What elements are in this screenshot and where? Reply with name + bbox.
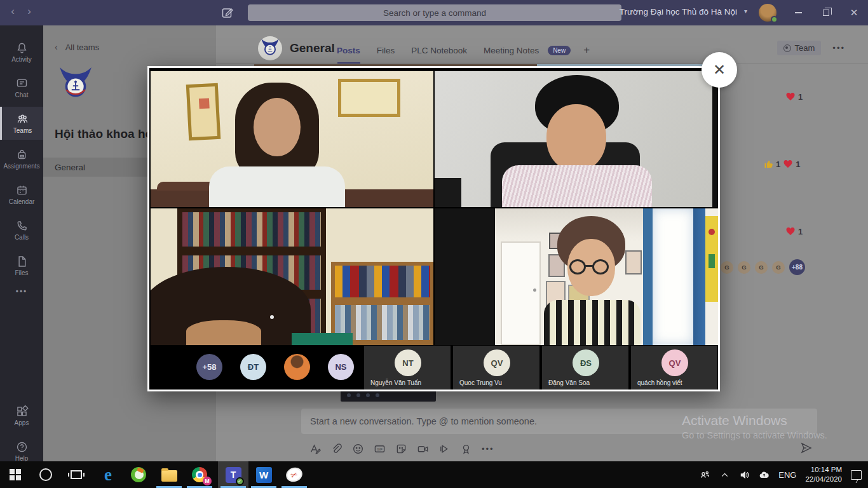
add-tab-button[interactable]: + [583, 44, 590, 57]
attach-icon[interactable] [330, 443, 342, 455]
close-call-window-button[interactable]: ✕ [702, 52, 737, 88]
participant-initials: ĐS [573, 349, 599, 376]
participant-tile[interactable]: QV Quoc Trung Vu [452, 346, 539, 390]
channel-more-button[interactable]: ••• [832, 43, 845, 53]
video-tile-2 [435, 71, 718, 207]
nav-back-icon[interactable]: ‹ [5, 5, 20, 18]
new-chat-icon[interactable] [221, 6, 234, 19]
edge-icon[interactable]: e [93, 461, 123, 488]
chevron-left-icon: ‹ [55, 42, 58, 52]
sidebar-more-button[interactable]: ••• [0, 287, 43, 296]
format-icon[interactable] [309, 443, 321, 455]
help-icon [15, 440, 29, 454]
participant-initials: QV [484, 349, 510, 376]
file-explorer-icon[interactable] [154, 461, 184, 488]
nav-forward-icon[interactable]: › [22, 5, 37, 18]
sidebar-item-calls[interactable]: Calls [0, 214, 43, 247]
participant-avatar[interactable]: NS [328, 354, 354, 380]
compose-more-button[interactable]: ••• [482, 444, 494, 454]
sidebar-item-chat[interactable]: Chat [0, 71, 43, 104]
tray-expand-icon[interactable] [719, 470, 730, 480]
message-reaction[interactable]: 1 [785, 226, 803, 236]
participant-tile[interactable]: NT Nguyễn Văn Tuấn [363, 346, 451, 390]
gif-icon[interactable]: GIF [374, 443, 386, 455]
sidebar-item-teams[interactable]: Teams [0, 107, 43, 140]
sticker-icon[interactable] [395, 443, 407, 455]
poster [705, 216, 718, 302]
sidebar-item-calendar[interactable]: Calendar [0, 178, 43, 211]
tab-meeting-notes[interactable]: Meeting Notes [484, 46, 539, 55]
clock[interactable]: 10:14 PM 22/04/2020 [805, 465, 842, 484]
tab-posts[interactable]: Posts [337, 46, 360, 55]
participant-tile[interactable]: ĐS Đặng Văn Soa [541, 346, 628, 390]
tab-files[interactable]: Files [377, 46, 395, 55]
photo-frame [625, 250, 642, 274]
people-tray-icon[interactable] [700, 470, 710, 480]
participant-name: Nguyễn Văn Tuấn [370, 379, 421, 386]
seen-avatar: G [772, 261, 785, 274]
window [653, 208, 693, 345]
language-indicator[interactable]: ENG [778, 470, 796, 480]
sidebar-item-apps[interactable]: Apps [0, 399, 43, 432]
phone-icon [15, 219, 29, 233]
action-center-icon[interactable] [851, 470, 862, 480]
video-tile-1 [151, 71, 433, 207]
teams-icon[interactable]: T✓ [219, 461, 248, 488]
apps-grid-icon [15, 405, 29, 418]
coc-coc-icon[interactable] [124, 461, 153, 488]
snipping-tool-icon[interactable]: ✂ [280, 461, 309, 488]
all-teams-back[interactable]: ‹ All teams [55, 42, 99, 52]
curtain [693, 208, 705, 345]
onedrive-icon[interactable] [759, 470, 770, 480]
maximize-button[interactable] [812, 0, 840, 25]
word-icon[interactable]: W [249, 461, 278, 488]
calendar-icon [15, 184, 29, 197]
compose-toolbar: GIF ••• [309, 443, 494, 455]
chrome-gmail-icon[interactable]: M [185, 461, 214, 488]
video-tile-4 [435, 208, 718, 345]
message-reaction[interactable]: 1 [785, 92, 803, 102]
video-call-window: +58 ĐT NS NT Nguyễn Văn Tuấn QV Quoc Tru… [147, 66, 720, 391]
heart-icon [785, 226, 796, 236]
presence-badge [771, 16, 778, 23]
message-reaction[interactable]: 1 1 [763, 159, 800, 169]
send-button[interactable] [799, 441, 813, 455]
participant-photo-avatar[interactable] [284, 354, 310, 380]
avatar[interactable] [759, 4, 776, 22]
send-icon [799, 441, 813, 455]
task-view-button[interactable] [62, 461, 91, 488]
sidebar-item-files[interactable]: Files [0, 249, 43, 282]
team-button[interactable]: Team [777, 41, 822, 55]
wall-frame [186, 83, 221, 140]
svg-text:GIF: GIF [377, 447, 383, 451]
volume-icon[interactable] [739, 470, 750, 480]
heart-icon [783, 159, 793, 169]
stream-icon[interactable] [438, 443, 451, 455]
sidebar-item-assignments[interactable]: Assignments [0, 142, 43, 175]
cortana-button[interactable] [31, 461, 60, 488]
channel-tabs: Posts Files PLC Notebook Meeting Notes N… [337, 44, 590, 57]
search-input[interactable] [248, 4, 621, 21]
org-switcher[interactable]: Trường Đại học Thủ đô Hà Nội [620, 7, 737, 17]
emoji-icon[interactable] [352, 443, 364, 455]
video-tile-3 [151, 208, 433, 345]
overflow-participants-avatar[interactable]: +58 [196, 354, 222, 380]
meet-now-icon[interactable] [417, 443, 429, 455]
sidebar-item-activity[interactable]: Activity [0, 36, 43, 69]
tab-plc-notebook[interactable]: PLC Notebook [411, 46, 467, 55]
seen-by-row[interactable]: G G G G +88 [721, 259, 805, 275]
backpack-icon [15, 148, 29, 161]
participant-avatar[interactable]: ĐT [240, 354, 266, 380]
participant-tile[interactable]: QV quách hồng viết [630, 346, 717, 390]
org-target-icon [783, 44, 791, 52]
participant-initials: NT [395, 349, 421, 376]
seen-avatar: G [755, 261, 768, 274]
participant-name: Quoc Trung Vu [459, 379, 502, 386]
start-button[interactable] [1, 461, 30, 488]
chevron-down-icon: ▾ [744, 8, 747, 15]
system-tray: ENG 10:14 PM 22/04/2020 [700, 461, 868, 488]
minimize-button[interactable] [784, 0, 812, 25]
close-window-button[interactable]: ✕ [840, 0, 868, 25]
praise-icon[interactable] [460, 443, 472, 455]
door [501, 241, 541, 345]
